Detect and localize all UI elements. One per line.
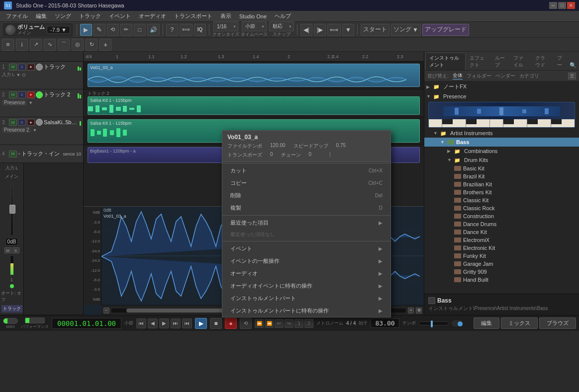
collapse-all-btn[interactable]: ☰	[568, 73, 576, 79]
waveform-settings[interactable]: ⚙	[416, 308, 422, 314]
sort-vendor[interactable]: ベンダー	[495, 73, 515, 79]
tab-effects[interactable]: エフェクト	[466, 53, 491, 70]
info-btn[interactable]: i	[16, 39, 28, 51]
arrow-btn[interactable]: ↗	[30, 39, 42, 51]
track-2-rec[interactable]: ●	[27, 91, 35, 98]
sort-category[interactable]: カテゴリ	[519, 73, 539, 79]
upgrade-button[interactable]: アップグレード	[422, 24, 469, 36]
tree-classic-rock[interactable]: Classic Rock	[424, 204, 579, 212]
tab-cloud[interactable]: クラウド	[532, 53, 553, 70]
loop-start-btn[interactable]: ◀|	[300, 24, 312, 36]
browse-tab-btn[interactable]: ブラウズ	[539, 317, 576, 329]
zoom-tool[interactable]: ⟺	[180, 24, 193, 36]
follow-btn[interactable]: ▼	[342, 24, 354, 36]
tree-electronic-kit[interactable]: Electronic Kit	[424, 244, 579, 252]
led-toggle[interactable]	[452, 320, 463, 326]
mute-tool[interactable]: □	[134, 24, 146, 36]
ctx-copy[interactable]: コピー Ctrl+C	[222, 177, 390, 189]
tree-basic-kit[interactable]: Basic Kit	[424, 164, 579, 172]
start-button[interactable]: スタート	[361, 24, 389, 36]
tempo-display[interactable]: 83.00	[371, 318, 399, 328]
stop-button[interactable]: ■	[210, 318, 222, 329]
tree-combinations[interactable]: ▶ 📁 Combinations	[424, 147, 579, 156]
menu-edit[interactable]: 編集	[32, 11, 51, 21]
track-label[interactable]: トラック	[1, 305, 22, 313]
track-1-rec[interactable]: ●	[27, 64, 35, 71]
ctx-audio-specific-submenu[interactable]: オーディオイベントに特有の操作 ▶	[222, 280, 390, 292]
sort-folder[interactable]: フォルダー	[467, 73, 491, 79]
iq-tool[interactable]: IQ	[194, 24, 206, 36]
menu-file[interactable]: ファイル	[2, 11, 32, 21]
volume-value[interactable]: -7.9 ▼	[47, 26, 70, 34]
tree-presence[interactable]: ▼ 📁 Presence	[424, 92, 579, 101]
tab-more[interactable]: プー	[554, 53, 568, 70]
tree-brazil-kit[interactable]: Brazil Kit	[424, 172, 579, 180]
track-3-rec[interactable]: ●	[27, 119, 35, 126]
waveform-zoom-in[interactable]: +	[408, 308, 414, 314]
tree-hand-built[interactable]: Hand Built	[424, 276, 579, 284]
menu-audio[interactable]: オーディオ	[135, 11, 170, 21]
close-button[interactable]: ✕	[567, 2, 575, 9]
search-icon[interactable]: 🔍	[568, 61, 578, 70]
ctx-delete[interactable]: 削除 Del	[222, 189, 390, 202]
paint-tool[interactable]: ✎	[94, 24, 105, 36]
erase-tool[interactable]: ⟲	[107, 24, 119, 36]
play-button[interactable]: ▶	[195, 318, 207, 329]
track-s-btn[interactable]: S	[12, 247, 19, 253]
end-btn[interactable]: ⏮	[182, 318, 192, 328]
forward-btn[interactable]: ▶	[159, 318, 169, 328]
menu-song[interactable]: ソング	[51, 11, 75, 21]
tree-funky-kit[interactable]: Funky Kit	[424, 252, 579, 260]
tab-instruments[interactable]: インストゥルメント	[425, 53, 466, 70]
menu-event[interactable]: イベント	[105, 11, 135, 21]
menu-transport[interactable]: トランスポート	[170, 11, 216, 21]
tree-bass[interactable]: ▼ Bass	[424, 138, 579, 147]
menu-studioone[interactable]: Studio One	[235, 12, 271, 20]
clip-vo01[interactable]: Vo01_03_a	[88, 64, 420, 87]
tree-dance-drums[interactable]: Dance Drums	[424, 220, 579, 228]
transport-6[interactable]: ⤴	[304, 319, 313, 328]
help-tool[interactable]: ?	[166, 24, 178, 36]
ctx-audio-submenu[interactable]: オーディオ ▶	[222, 267, 390, 280]
channel-activity[interactable]	[10, 284, 14, 288]
rewind-btn[interactable]: ⏮	[136, 318, 146, 328]
transport-3[interactable]: ↩	[275, 319, 284, 328]
minimize-button[interactable]: ─	[549, 2, 557, 9]
track-3-mute[interactable]: M	[9, 119, 17, 126]
track-4-mute[interactable]: M	[9, 151, 17, 157]
edit-tab-btn[interactable]: 編集	[474, 317, 499, 329]
transport-5[interactable]: ⤵	[294, 319, 303, 328]
ctx-cut[interactable]: カット Ctrl+X	[222, 164, 390, 177]
clip-salsa[interactable]: Salsa Kit 1 - 115bpm	[88, 96, 420, 115]
ctx-event-submenu[interactable]: イベント ▶	[222, 242, 390, 255]
song-button[interactable]: ソング▼	[391, 24, 421, 36]
add-btn[interactable]: +	[99, 39, 111, 51]
ctx-event-general-submenu[interactable]: イベントの一般操作 ▶	[222, 255, 390, 267]
record-button[interactable]: ●	[225, 318, 237, 329]
tempo-slider[interactable]	[419, 321, 449, 325]
track-toggle-4[interactable]: +	[18, 152, 20, 157]
waveform-zoom-out[interactable]: −	[103, 308, 109, 314]
track-1-solo[interactable]: S	[18, 64, 26, 71]
tree-electromix[interactable]: ElectromiX	[424, 236, 579, 244]
track-2-mute[interactable]: M	[9, 91, 17, 98]
quantize-dropdown[interactable]: 1/16	[213, 21, 238, 31]
loop-button[interactable]: ⟲	[240, 318, 252, 329]
tree-garage-jam[interactable]: Garage Jam	[424, 260, 579, 268]
loop-end-btn[interactable]: |▶	[314, 24, 326, 36]
track-2-solo[interactable]: S	[18, 91, 26, 98]
tree-brothers-kit[interactable]: Brothers Kit	[424, 188, 579, 196]
ctx-instrument-specific-submenu[interactable]: インストゥルメントパートに特有の操作 ▶	[222, 305, 390, 317]
tab-file[interactable]: ファイル	[510, 53, 531, 70]
tree-dance-kit[interactable]: Dance Kit	[424, 228, 579, 236]
ffwd-btn[interactable]: ⏭	[171, 318, 181, 328]
fader-thumb[interactable]	[9, 205, 15, 214]
split-tool[interactable]: ✏	[120, 24, 132, 36]
timebase-dropdown[interactable]: 小節	[242, 21, 267, 31]
tree-classic-kit[interactable]: Classic Kit	[424, 196, 579, 204]
loop-btn[interactable]: ⟺	[327, 24, 341, 36]
sort-all[interactable]: 全体	[453, 72, 463, 79]
prev-btn[interactable]: ◀	[148, 318, 158, 328]
mix-btn[interactable]: ≡	[2, 39, 14, 51]
tree-artist[interactable]: ▼ 📁 Artist Instruments	[424, 129, 579, 138]
